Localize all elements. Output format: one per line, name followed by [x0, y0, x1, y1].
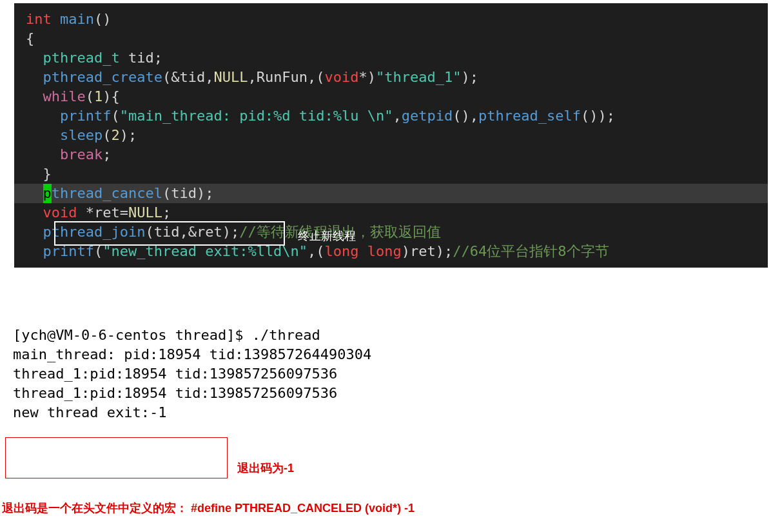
- code-line-6: while(1){: [14, 87, 768, 106]
- exit-code-label: 退出码为-1: [237, 460, 294, 476]
- cursor-position: p: [43, 184, 52, 203]
- macro-definition-note: 退出码是一个在头文件中定义的宏： #define PTHREAD_CANCELE…: [2, 500, 415, 516]
- code-line-9: break;: [14, 145, 768, 164]
- code-line-11-highlighted: pthread_cancel(tid);: [14, 184, 768, 203]
- code-line-7: printf("main_thread: pid:%d tid:%lu \n",…: [14, 106, 768, 126]
- annotation-terminate-thread: 终止新线程: [298, 226, 356, 246]
- code-line-8: sleep(2);: [14, 126, 768, 145]
- code-line-3: pthread_t tid;: [14, 48, 768, 68]
- code-line-12: void *ret=NULL;: [14, 203, 768, 222]
- code-editor[interactable]: int main() { pthread_t tid; pthread_crea…: [14, 3, 768, 268]
- code-line-4: pthread_create(&tid,NULL,RunFun,(void*)"…: [14, 68, 768, 87]
- code-line-10: }: [14, 164, 768, 184]
- terminal-line-5: new thread exit:-1: [13, 404, 166, 420]
- terminal-output: [ych@VM-0-6-centos thread]$ ./thread mai…: [13, 306, 782, 422]
- code-line-14: printf("new_thread exit:%lld\n",(long lo…: [14, 242, 768, 261]
- code-line-2: {: [14, 29, 768, 48]
- terminal-line-3: thread_1:pid:18954 tid:139857256097536: [13, 366, 337, 382]
- code-line-1: int main(): [14, 10, 768, 29]
- terminal-line-1: [ych@VM-0-6-centos thread]$ ./thread: [13, 327, 320, 343]
- exit-code-highlight-box: [5, 437, 228, 478]
- terminal-line-4: thread_1:pid:18954 tid:139857256097536: [13, 385, 337, 401]
- terminal-line-2: main_thread: pid:18954 tid:1398572644903…: [13, 346, 371, 362]
- code-line-13: pthread_join(tid,&ret);//等待新线程退出，获取返回值: [14, 222, 768, 242]
